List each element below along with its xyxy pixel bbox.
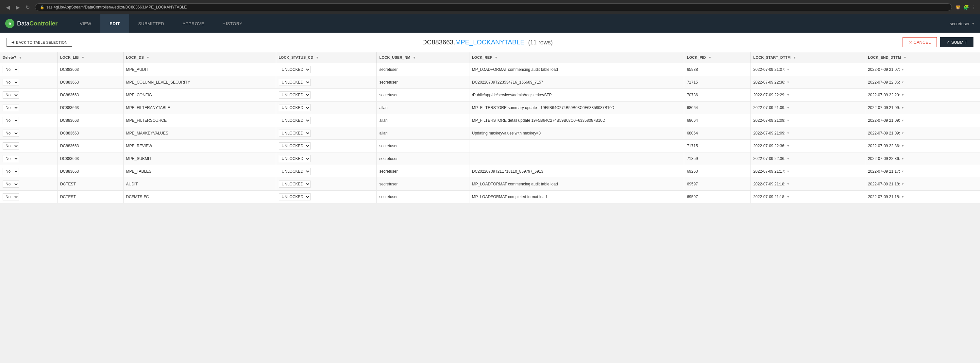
cell-lock-ref: DC20220709T211718110_859797_6913 xyxy=(469,165,684,178)
start-dttm-dropdown-icon[interactable]: ▼ xyxy=(786,81,789,84)
cell-delete: NoYes xyxy=(0,191,57,203)
cell-lock-ds: MPE_CONFIG xyxy=(123,89,276,101)
cell-lock-status: UNLOCKEDLOCKED xyxy=(276,101,377,114)
cell-delete: NoYes xyxy=(0,165,57,178)
cell-lock-pid: 65938 xyxy=(684,63,751,76)
start-dttm-dropdown-icon[interactable]: ▼ xyxy=(786,182,789,186)
user-menu[interactable]: secretuser ▼ xyxy=(950,21,975,26)
cell-lock-lib: DC883663 xyxy=(57,63,123,76)
delete-select[interactable]: NoYes xyxy=(3,117,19,124)
cell-lock-ds: MPE_COLUMN_LEVEL_SECURITY xyxy=(123,76,276,89)
cell-lock-pid: 69597 xyxy=(684,178,751,191)
back-nav-button[interactable]: ◀ xyxy=(4,3,12,11)
delete-select[interactable]: NoYes xyxy=(3,66,19,73)
cell-lock-user: allan xyxy=(377,114,469,127)
status-select[interactable]: UNLOCKEDLOCKED xyxy=(279,91,310,98)
start-dttm-dropdown-icon[interactable]: ▼ xyxy=(786,68,789,71)
cell-lock-ref xyxy=(469,140,684,152)
start-dttm-dropdown-icon[interactable]: ▼ xyxy=(786,94,789,97)
col-header-lock-ds: LOCK_DS ▼ xyxy=(123,52,276,63)
cell-lock-pid: 71715 xyxy=(684,140,751,152)
tab-history[interactable]: HISTORY xyxy=(213,14,252,33)
brave-shield-icon[interactable]: 🦁 xyxy=(955,5,961,10)
delete-select[interactable]: NoYes xyxy=(3,155,19,162)
status-select[interactable]: UNLOCKEDLOCKED xyxy=(279,168,310,175)
row-count: (11 rows) xyxy=(528,39,553,46)
delete-select[interactable]: NoYes xyxy=(3,91,19,98)
status-select[interactable]: UNLOCKEDLOCKED xyxy=(279,155,310,162)
status-select[interactable]: UNLOCKEDLOCKED xyxy=(279,117,310,124)
end-dttm-dropdown-icon[interactable]: ▼ xyxy=(901,182,904,186)
delete-select[interactable]: NoYes xyxy=(3,168,19,175)
cell-delete: NoYes xyxy=(0,76,57,89)
col-header-lock-lib: LOCK_LIB ▼ xyxy=(57,52,123,63)
cell-lock-lib: DC883663 xyxy=(57,165,123,178)
delete-select[interactable]: NoYes xyxy=(3,79,19,86)
cell-delete: NoYes xyxy=(0,89,57,101)
cell-lock-start-dttm: 2022-07-09 21:18:▼ xyxy=(751,191,865,203)
end-dttm-dropdown-icon[interactable]: ▼ xyxy=(901,106,904,109)
header-actions: ✕ CANCEL ✓ SUBMIT xyxy=(902,37,974,48)
filter-delete-icon[interactable]: ▼ xyxy=(19,56,22,59)
filter-lock-pid-icon[interactable]: ▼ xyxy=(708,56,712,59)
delete-select[interactable]: NoYes xyxy=(3,130,19,137)
status-select[interactable]: UNLOCKEDLOCKED xyxy=(279,193,310,200)
address-bar[interactable]: 🔒 sas.4gl.io/AppStream/DataController/#/… xyxy=(35,3,952,11)
start-dttm-dropdown-icon[interactable]: ▼ xyxy=(786,106,789,109)
end-dttm-dropdown-icon[interactable]: ▼ xyxy=(901,157,904,160)
start-dttm-dropdown-icon[interactable]: ▼ xyxy=(786,119,789,122)
cancel-button[interactable]: ✕ CANCEL xyxy=(902,37,937,48)
status-select[interactable]: UNLOCKEDLOCKED xyxy=(279,66,310,73)
tab-edit[interactable]: EDIT xyxy=(100,14,129,33)
filter-lock-ref-icon[interactable]: ▼ xyxy=(495,56,498,59)
end-dttm-dropdown-icon[interactable]: ▼ xyxy=(901,81,904,84)
filter-lock-status-icon[interactable]: ▼ xyxy=(316,56,319,59)
delete-select[interactable]: NoYes xyxy=(3,104,19,111)
cell-lock-end-dttm: 2022-07-09 21:17:▼ xyxy=(865,165,980,178)
status-select[interactable]: UNLOCKEDLOCKED xyxy=(279,79,310,86)
back-to-table-selection-button[interactable]: ◀ BACK TO TABLE SELECTION xyxy=(6,38,72,47)
filter-lock-lib-icon[interactable]: ▼ xyxy=(81,56,85,59)
end-dttm-dropdown-icon[interactable]: ▼ xyxy=(901,144,904,147)
end-dttm-dropdown-icon[interactable]: ▼ xyxy=(901,132,904,135)
browser-menu-icon[interactable]: ⋮ xyxy=(972,5,976,10)
filter-lock-start-icon[interactable]: ▼ xyxy=(793,56,796,59)
status-select[interactable]: UNLOCKEDLOCKED xyxy=(279,181,310,188)
filter-lock-user-icon[interactable]: ▼ xyxy=(412,56,416,59)
start-dttm-dropdown-icon[interactable]: ▼ xyxy=(786,157,789,160)
status-select[interactable]: UNLOCKEDLOCKED xyxy=(279,142,310,149)
start-dttm-dropdown-icon[interactable]: ▼ xyxy=(786,144,789,147)
end-dttm-dropdown-icon[interactable]: ▼ xyxy=(901,94,904,97)
filter-lock-end-icon[interactable]: ▼ xyxy=(904,56,907,59)
cell-lock-start-dttm: 2022-07-09 22:36:▼ xyxy=(751,140,865,152)
tab-view[interactable]: VIEW xyxy=(71,14,100,33)
table-header-row: Delete? ▼ LOCK_LIB ▼ LOCK_DS ▼ LOCK_STAT… xyxy=(0,52,980,63)
start-dttm-dropdown-icon[interactable]: ▼ xyxy=(786,195,789,198)
logo-icon: e xyxy=(5,19,14,28)
cell-lock-lib: DC883663 xyxy=(57,76,123,89)
tab-approve[interactable]: APPROVE xyxy=(173,14,213,33)
end-dttm-dropdown-icon[interactable]: ▼ xyxy=(901,195,904,198)
end-dttm-dropdown-icon[interactable]: ▼ xyxy=(901,170,904,173)
status-select[interactable]: UNLOCKEDLOCKED xyxy=(279,104,310,111)
cell-lock-status: UNLOCKEDLOCKED xyxy=(276,89,377,101)
status-select[interactable]: UNLOCKEDLOCKED xyxy=(279,130,310,137)
start-dttm-dropdown-icon[interactable]: ▼ xyxy=(786,170,789,173)
delete-select[interactable]: NoYes xyxy=(3,181,19,188)
tab-submitted[interactable]: SUBMITTED xyxy=(129,14,173,33)
forward-nav-button[interactable]: ▶ xyxy=(14,3,22,11)
delete-select[interactable]: NoYes xyxy=(3,142,19,149)
cell-lock-pid: 71715 xyxy=(684,76,751,89)
extensions-icon[interactable]: 🧩 xyxy=(963,5,969,10)
cell-lock-start-dttm: 2022-07-09 21:09:▼ xyxy=(751,114,865,127)
cell-lock-ref: DC20220709T223534716_156609_7157 xyxy=(469,76,684,89)
refresh-button[interactable]: ↻ xyxy=(24,3,32,11)
submit-button[interactable]: ✓ SUBMIT xyxy=(940,37,974,48)
filter-lock-ds-icon[interactable]: ▼ xyxy=(146,56,150,59)
delete-select[interactable]: NoYes xyxy=(3,193,19,200)
end-dttm-dropdown-icon[interactable]: ▼ xyxy=(901,119,904,122)
cell-lock-ds: MPE_FILTERSOURCE xyxy=(123,114,276,127)
cell-lock-status: UNLOCKEDLOCKED xyxy=(276,127,377,140)
end-dttm-dropdown-icon[interactable]: ▼ xyxy=(901,68,904,71)
start-dttm-dropdown-icon[interactable]: ▼ xyxy=(786,132,789,135)
